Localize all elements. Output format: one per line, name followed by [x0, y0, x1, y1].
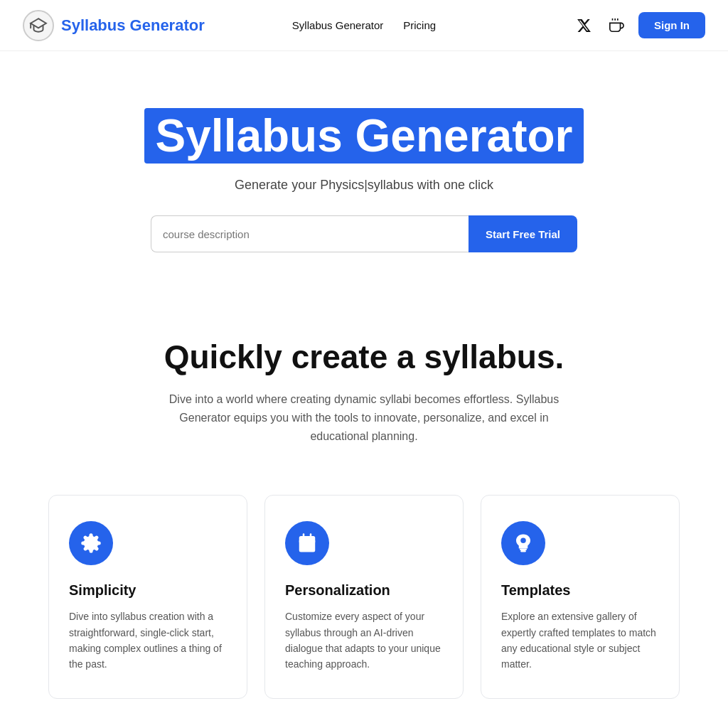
hero-subtitle: Generate your Physics|syllabus with one …: [14, 178, 714, 193]
svg-rect-7: [303, 545, 306, 548]
graduation-cap-icon: [29, 16, 48, 35]
svg-rect-3: [299, 536, 316, 552]
svg-rect-10: [520, 550, 526, 552]
signin-button[interactable]: Sign In: [638, 12, 705, 38]
card-simplicity: Simplicity Dive into syllabus creation w…: [48, 495, 247, 699]
hero-input-row: Start Free Trial: [151, 215, 577, 252]
card-templates: Templates Explore an extensive gallery o…: [481, 495, 680, 699]
simplicity-icon-circle: [69, 521, 113, 565]
card-personalization: Personalization Customize every aspect o…: [264, 495, 464, 699]
brand-logo: [23, 10, 54, 41]
start-free-trial-button[interactable]: Start Free Trial: [469, 215, 577, 252]
svg-rect-9: [520, 549, 527, 551]
templates-title: Templates: [501, 582, 659, 599]
hero-title-bg: Syllabus Generator: [144, 108, 584, 164]
coffee-button[interactable]: [606, 15, 627, 36]
features-section: Quickly create a syllabus. Dive into a w…: [0, 295, 728, 495]
coffee-icon: [609, 18, 624, 33]
twitter-icon: [576, 18, 592, 33]
calendar-icon: [296, 532, 318, 554]
features-subtext: Dive into a world where creating dynamic…: [158, 390, 570, 445]
personalization-icon-circle: [285, 521, 329, 565]
simplicity-desc: Dive into syllabus creation with a strai…: [69, 609, 227, 673]
nav-link-syllabus[interactable]: Syllabus Generator: [292, 19, 383, 31]
personalization-desc: Customize every aspect of your syllabus …: [285, 609, 443, 673]
templates-desc: Explore an extensive gallery of expertly…: [501, 609, 659, 673]
nav-right-actions: Sign In: [573, 12, 705, 38]
features-heading: Quickly create a syllabus.: [28, 338, 700, 376]
personalization-title: Personalization: [285, 582, 443, 599]
svg-point-11: [520, 538, 526, 544]
gear-icon: [80, 532, 102, 554]
star-icon: [513, 532, 534, 554]
navbar: Syllabus Generator Syllabus Generator Pr…: [0, 0, 728, 51]
svg-rect-8: [309, 545, 312, 548]
cards-row: Simplicity Dive into syllabus creation w…: [0, 495, 728, 727]
twitter-button[interactable]: [573, 15, 594, 36]
brand-name[interactable]: Syllabus Generator: [61, 16, 205, 35]
hero-section: Syllabus Generator Generate your Physics…: [0, 51, 728, 295]
hero-title: Syllabus Generator: [156, 111, 573, 161]
simplicity-title: Simplicity: [69, 582, 227, 599]
nav-link-pricing[interactable]: Pricing: [403, 19, 436, 31]
templates-icon-circle: [501, 521, 545, 565]
nav-brand-area: Syllabus Generator: [23, 10, 205, 41]
nav-links: Syllabus Generator Pricing: [292, 19, 436, 31]
course-description-input[interactable]: [151, 215, 469, 252]
